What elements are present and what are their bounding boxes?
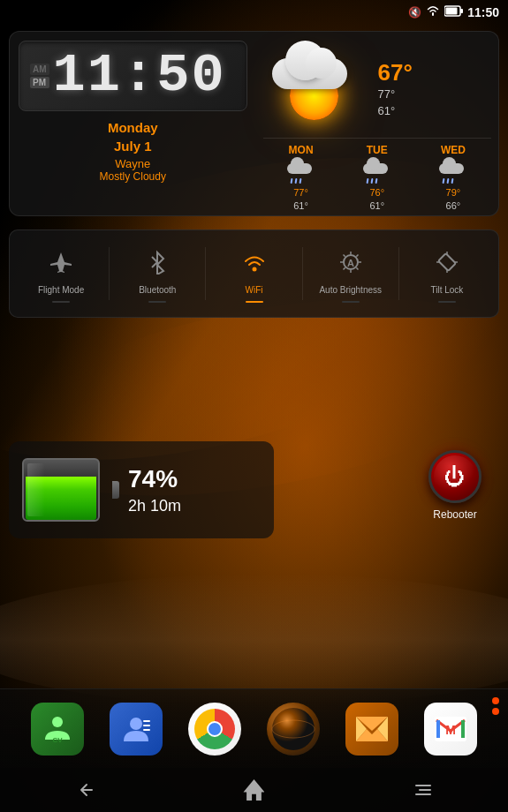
dock-app-sphere[interactable] [267, 703, 320, 756]
clock-digits: 11:50 [53, 49, 226, 103]
home-icon [243, 779, 264, 801]
svg-text:M: M [446, 723, 457, 737]
navigation-bar [0, 768, 508, 812]
battery-info: 74% 2h 10m [128, 465, 181, 515]
dock-app-chrome[interactable] [188, 703, 241, 756]
battery-time-remaining: 2h 10m [128, 497, 181, 515]
svg-point-21 [130, 718, 142, 730]
chrome-icon [194, 709, 235, 749]
battery-body [22, 458, 100, 522]
qs-flight-label: Flight Mode [38, 285, 84, 296]
qs-tiltlock-label: Tilt Lock [430, 285, 463, 296]
date-line2: July 1 [22, 137, 244, 155]
rotation-icon [429, 244, 465, 280]
airplane-icon [43, 244, 79, 280]
qs-tiltlock-indicator [438, 301, 456, 303]
wifi-icon [425, 4, 441, 20]
temp-range: 77° 61° [378, 86, 396, 118]
current-temp: 67° [378, 59, 413, 86]
qs-brightness-label: Auto Brightness [319, 285, 382, 296]
location-text: Wayne [22, 157, 244, 170]
forecast-wed-temps: 79° 66° [446, 186, 461, 214]
forecast-mon-temps: 77° 61° [293, 186, 308, 214]
temp-display: 67° 77° 61° [378, 59, 413, 118]
svg-point-3 [252, 267, 256, 272]
pm-label: PM [30, 77, 49, 88]
qs-flight-indicator [52, 301, 70, 303]
notif-dot-1 [492, 697, 499, 704]
qs-wifi[interactable]: WiFi [206, 239, 301, 308]
svg-rect-24 [143, 729, 150, 731]
battery-percent-value: 74% [128, 465, 181, 493]
forecast-tue-icon [361, 159, 393, 184]
svg-line-11 [356, 267, 358, 269]
status-icons: 🔇 11:50 [408, 4, 499, 20]
qs-bluetooth-label: Bluetooth [139, 285, 176, 296]
rebooter-label: Rebooter [433, 508, 476, 521]
dock-app-mail[interactable] [345, 703, 398, 756]
svg-rect-33 [436, 720, 440, 738]
svg-rect-34 [461, 720, 465, 738]
nav-back-button[interactable] [58, 774, 111, 806]
nav-home-button[interactable] [227, 774, 280, 806]
svg-rect-2 [460, 9, 463, 13]
svg-rect-22 [143, 720, 150, 722]
battery-shine [27, 463, 45, 516]
battery-tip [112, 481, 119, 499]
am-label: AM [30, 64, 49, 75]
clock-section: AM PM 11:50 Monday July 1 Wayne Mostly C… [10, 32, 256, 215]
forecast-mon-label: MON [289, 144, 314, 156]
svg-text:A: A [347, 258, 354, 268]
battery-widget: 74% 2h 10m [9, 441, 274, 538]
forecast-row: MON 77° 61° TUE [263, 138, 492, 214]
forecast-tue-temps: 76° 61° [369, 186, 384, 214]
rebooter-widget[interactable]: ⏻ Rebooter [424, 450, 486, 521]
forecast-day-wed: WED 79° 66° [437, 144, 469, 214]
cloud-icon [272, 58, 347, 89]
svg-point-19 [52, 717, 63, 727]
qs-bluetooth[interactable]: Bluetooth [110, 239, 205, 308]
svg-text:CV: CV [52, 736, 63, 744]
svg-rect-1 [446, 8, 458, 15]
condition-text: Mostly Cloudy [22, 170, 244, 183]
status-time: 11:50 [467, 5, 499, 19]
svg-rect-14 [438, 253, 456, 271]
clock-weather-widget: AM PM 11:50 Monday July 1 Wayne Mostly C… [9, 31, 499, 216]
current-weather: 67° 77° 61° [263, 41, 492, 138]
date-line1: Monday [22, 118, 244, 137]
battery-3d-icon [22, 455, 110, 525]
dock-app-contacts[interactable] [110, 703, 163, 756]
notif-dot-2 [492, 708, 499, 715]
dock-app-cv[interactable]: CV [31, 703, 84, 756]
svg-point-25 [272, 708, 315, 750]
bluetooth-icon [140, 244, 175, 280]
mute-icon: 🔇 [408, 6, 421, 19]
qs-brightness-indicator [342, 301, 360, 303]
battery-status-icon [444, 4, 464, 20]
svg-rect-23 [143, 725, 150, 726]
temp-low: 61° [378, 103, 396, 119]
temp-high: 77° [378, 86, 396, 102]
digital-clock: AM PM 11:50 [19, 41, 247, 111]
qs-auto-brightness[interactable]: A Auto Brightness [303, 239, 398, 308]
qs-wifi-label: WiFi [246, 285, 263, 296]
qs-flight-mode[interactable]: Flight Mode [13, 239, 109, 308]
forecast-tue-label: TUE [367, 144, 388, 156]
forecast-day-mon: MON 77° 61° [285, 144, 317, 214]
svg-line-13 [343, 267, 345, 269]
date-location: Monday July 1 Wayne Mostly Cloudy [19, 118, 247, 183]
weather-icon-large [263, 41, 378, 138]
notification-dots [492, 697, 499, 715]
forecast-day-tue: TUE 76° 61° [361, 144, 393, 214]
qs-wifi-indicator [246, 301, 263, 303]
app-dock: CV [0, 688, 508, 768]
rebooter-button[interactable]: ⏻ [428, 450, 481, 503]
am-pm-indicator: AM PM [30, 64, 49, 88]
qs-tilt-lock[interactable]: Tilt Lock [399, 239, 495, 308]
qs-bluetooth-indicator [148, 301, 166, 303]
nav-recents-button[interactable] [397, 774, 450, 806]
dock-app-gmail[interactable]: M [424, 703, 477, 756]
power-icon: ⏻ [444, 466, 466, 487]
wifi-qs-icon [237, 244, 272, 280]
forecast-wed-label: WED [441, 144, 466, 156]
